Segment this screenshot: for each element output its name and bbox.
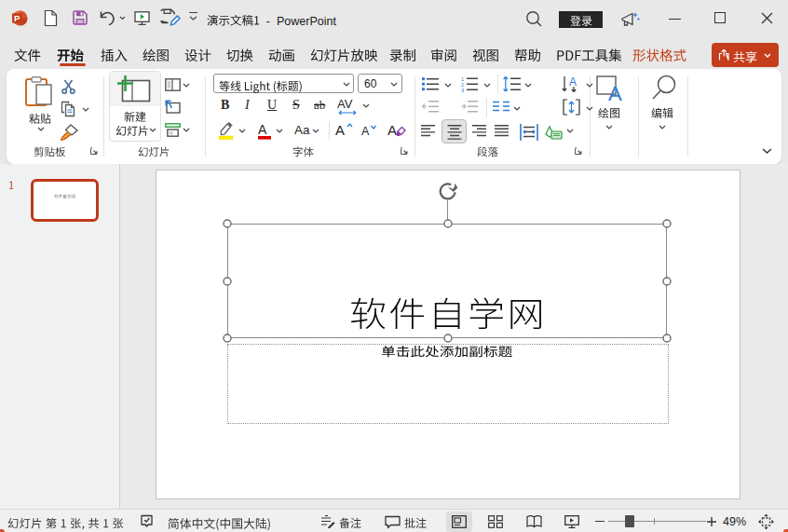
svg-text:A: A: [569, 75, 577, 89]
svg-text:A: A: [258, 122, 267, 137]
svg-text:A: A: [387, 122, 397, 138]
svg-text:A: A: [608, 82, 622, 102]
svg-text:A: A: [335, 122, 345, 138]
svg-text:AV: AV: [337, 98, 353, 111]
svg-text:P: P: [14, 13, 20, 23]
svg-text:A: A: [361, 125, 370, 138]
svg-text:3: 3: [461, 88, 464, 93]
